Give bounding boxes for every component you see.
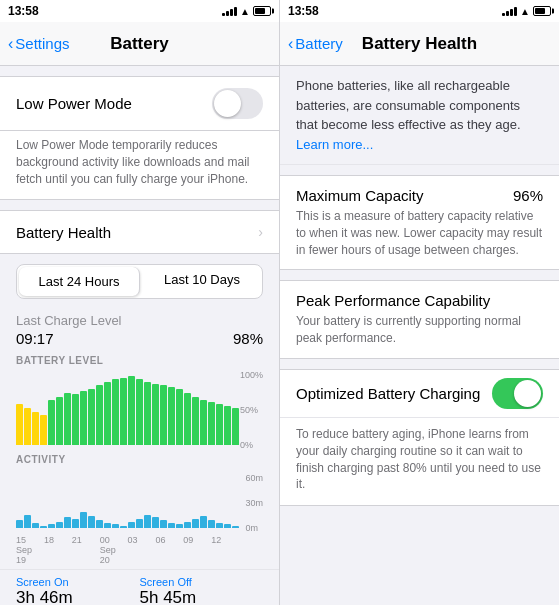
x-label-hour: 03 — [128, 535, 156, 545]
toggle-thumb-low-power — [214, 90, 241, 117]
bar-fill — [16, 404, 23, 445]
back-chevron-right: ‹ — [288, 36, 293, 52]
optimized-charging-title: Optimized Battery Charging — [296, 385, 480, 402]
battery-bars — [16, 370, 239, 445]
activity-bar — [168, 523, 175, 529]
activity-bar — [88, 516, 95, 528]
time-right: 13:58 — [288, 4, 319, 18]
x-axis-labels: 15Sep 19182100Sep 2003060912 — [16, 535, 239, 565]
battery-bar — [136, 370, 143, 445]
toggle-thumb-optimized — [514, 380, 541, 407]
x-label-group: 00Sep 20 — [100, 535, 128, 565]
activity-bar — [24, 515, 31, 529]
segment-10d[interactable]: Last 10 Days — [142, 265, 262, 298]
peak-performance-row: Peak Performance Capability Your battery… — [280, 281, 559, 358]
battery-bar — [48, 370, 55, 445]
battery-bar — [168, 370, 175, 445]
activity-label: ACTIVITY — [16, 454, 263, 465]
battery-bar — [216, 370, 223, 445]
battery-bar — [192, 370, 199, 445]
screen-off-stat: Screen Off 5h 45m — [140, 576, 264, 605]
battery-chart-section: BATTERY LEVEL 100% 50% 0% ACTIVITY 60m 3… — [0, 355, 279, 565]
battery-bar — [40, 370, 47, 445]
bar-fill — [152, 384, 159, 446]
battery-bar — [128, 370, 135, 445]
activity-bar — [64, 517, 71, 528]
max-capacity-title: Maximum Capacity — [296, 187, 424, 204]
battery-chart: 100% 50% 0% — [16, 370, 263, 450]
capacity-section: Maximum Capacity 96% This is a measure o… — [280, 175, 559, 270]
screen-stats: Screen On 3h 46m Screen Off 5h 45m — [0, 569, 279, 605]
peak-performance-desc: Your battery is currently supporting nor… — [296, 313, 543, 347]
battery-bar — [96, 370, 103, 445]
bar-fill — [160, 385, 167, 445]
x-label-group: 15Sep 19 — [16, 535, 44, 565]
battery-health-label: Battery Health — [16, 224, 111, 241]
bar-fill — [80, 391, 87, 445]
activity-bar — [200, 516, 207, 528]
screen-off-value: 5h 45m — [140, 588, 264, 605]
x-label-group: 18 — [44, 535, 72, 565]
battery-health-row[interactable]: Battery Health › — [0, 210, 279, 254]
x-label-hour: 18 — [44, 535, 72, 545]
bar-fill — [112, 379, 119, 445]
optimized-charging-row[interactable]: Optimized Battery Charging — [280, 369, 559, 418]
activity-bar — [232, 526, 239, 529]
back-button-right[interactable]: ‹ Battery — [288, 35, 343, 52]
back-chevron-left: ‹ — [8, 36, 13, 52]
low-power-label: Low Power Mode — [16, 95, 132, 112]
bar-fill — [144, 382, 151, 446]
battery-axis: 100% 50% 0% — [240, 370, 263, 450]
battery-bar — [200, 370, 207, 445]
status-icons-right: ▲ — [502, 6, 551, 17]
bar-fill — [96, 385, 103, 445]
activity-bar — [136, 519, 143, 529]
bar-fill — [48, 400, 55, 445]
x-label-group: 12 — [211, 535, 239, 565]
status-bar-left: 13:58 ▲ — [0, 0, 279, 22]
x-label-hour: 00 — [100, 535, 128, 545]
nav-title-right: Battery Health — [362, 34, 477, 54]
bar-fill — [72, 394, 79, 445]
nav-bar-right: ‹ Battery Battery Health — [280, 22, 559, 66]
max-capacity-desc: This is a measure of battery capacity re… — [296, 208, 543, 258]
segment-24h[interactable]: Last 24 Hours — [19, 267, 140, 296]
battery-bar — [104, 370, 111, 445]
signal-icon — [222, 6, 237, 16]
battery-level-label: BATTERY LEVEL — [16, 355, 263, 366]
battery-bar — [184, 370, 191, 445]
optimized-charging-toggle[interactable] — [492, 378, 543, 409]
activity-bar — [216, 523, 223, 529]
time-left: 13:58 — [8, 4, 39, 18]
activity-bar — [56, 522, 63, 529]
activity-bar — [112, 524, 119, 528]
activity-bar — [160, 520, 167, 528]
bar-fill — [104, 382, 111, 446]
back-button-left[interactable]: ‹ Settings — [8, 35, 70, 52]
bar-fill — [184, 393, 191, 446]
time-segment-control[interactable]: Last 24 Hours Last 10 Days — [16, 264, 263, 299]
bar-fill — [24, 408, 31, 446]
bar-fill — [88, 389, 95, 445]
activity-bar — [48, 524, 55, 528]
last-charge-percent: 98% — [233, 330, 263, 347]
low-power-row[interactable]: Low Power Mode — [0, 77, 279, 130]
battery-status-icon — [253, 6, 271, 16]
activity-bar — [192, 519, 199, 529]
peak-performance-header: Peak Performance Capability — [296, 292, 543, 309]
bar-fill — [176, 389, 183, 445]
battery-bar — [224, 370, 231, 445]
activity-bar — [80, 512, 87, 529]
low-power-toggle[interactable] — [212, 88, 263, 119]
battery-bar — [120, 370, 127, 445]
bar-fill — [224, 406, 231, 445]
activity-bars — [16, 473, 239, 528]
battery-bar — [80, 370, 87, 445]
bar-fill — [216, 404, 223, 445]
low-power-description: Low Power Mode temporarily reduces backg… — [0, 131, 279, 200]
learn-more-link[interactable]: Learn more... — [296, 137, 373, 152]
activity-chart: 60m 30m 0m — [16, 473, 263, 533]
last-charge-row: 09:17 98% — [16, 330, 263, 347]
bar-fill — [168, 387, 175, 446]
status-bar-right: 13:58 ▲ — [280, 0, 559, 22]
